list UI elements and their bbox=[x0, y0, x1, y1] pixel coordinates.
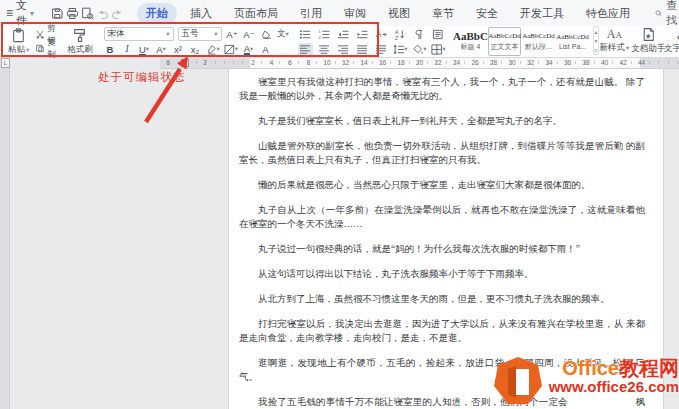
search-icon bbox=[655, 8, 662, 19]
ribbon-tab[interactable]: 审阅 bbox=[335, 3, 375, 24]
justify-button[interactable] bbox=[355, 43, 370, 56]
copy-button[interactable]: 复制 bbox=[34, 43, 64, 55]
distribute-button[interactable] bbox=[374, 43, 389, 56]
font-color-button[interactable]: A▾ bbox=[242, 43, 255, 56]
shrink-font-button[interactable]: A⁻ bbox=[243, 28, 256, 41]
doc-assistant-button[interactable]: 文档助手 bbox=[631, 26, 665, 55]
distribute-icon bbox=[375, 44, 387, 55]
paragraph[interactable]: 从这句话可以得出以下结论，丸子洗衣服频率小于等于下雨频率。 bbox=[239, 267, 645, 281]
ruler-number: 44 bbox=[638, 58, 645, 67]
text-effects-button[interactable]: A▾ bbox=[155, 43, 168, 56]
clear-format-button[interactable] bbox=[260, 28, 273, 41]
ruler-number: 6 bbox=[288, 58, 292, 67]
align-left-button[interactable] bbox=[298, 43, 313, 56]
chevron-down-icon: ▾ bbox=[250, 45, 253, 53]
bullets-button[interactable] bbox=[298, 28, 313, 41]
save-button[interactable] bbox=[51, 4, 64, 22]
style-card[interactable]: AaBbCcDd 正文文本 bbox=[488, 27, 521, 56]
chevron-down-icon: ▾ bbox=[146, 45, 149, 53]
ruler-number: 28 bbox=[490, 58, 497, 67]
ribbon-tab[interactable]: 开发工具 bbox=[511, 3, 573, 24]
indent-marker[interactable] bbox=[181, 59, 189, 67]
char-border-button[interactable]: A bbox=[259, 43, 272, 56]
paragraph[interactable]: 打扫完寝室以后，我决定出去逛逛，因为进了大学以后，从来没有雅兴在学校里逛，从 来… bbox=[239, 317, 645, 345]
paragraph[interactable]: 逛啊逛，发现地上有个硬币，五毛的，捡起来，放进口袋，环顾四周，没人看见，松了 口… bbox=[239, 356, 645, 384]
highlight-color-button[interactable]: ▾ bbox=[206, 43, 220, 56]
gallery-down-icon[interactable]: ▼ bbox=[594, 36, 599, 45]
text-tools-label: 文字工具 bbox=[664, 43, 679, 55]
vertical-ruler[interactable]: L bbox=[0, 57, 10, 409]
ribbon-tab[interactable]: 章节 bbox=[423, 3, 463, 24]
paragraph-layout-button[interactable] bbox=[431, 28, 446, 41]
paste-button[interactable]: 粘贴▾ bbox=[3, 27, 34, 56]
gallery-more-icon[interactable]: ≡ bbox=[594, 45, 599, 54]
new-style-icon: AA bbox=[607, 28, 622, 41]
print-button[interactable] bbox=[66, 4, 79, 22]
gallery-up-icon[interactable]: ▲ bbox=[594, 27, 599, 36]
bold-button[interactable]: B bbox=[104, 43, 117, 56]
ribbon-tab[interactable]: 插入 bbox=[181, 3, 221, 24]
ruler-number: 8 bbox=[307, 58, 311, 67]
ribbon-tab[interactable]: 视图 bbox=[379, 3, 419, 24]
style-card[interactable]: AaBbCcDd 默认段... bbox=[522, 27, 555, 56]
document-page[interactable]: 寝室里只有我做这种打扫的事情，寝室有三个人，我一个，丸子一个，还有就是山贼。 除… bbox=[228, 68, 664, 409]
style-card[interactable]: AaBbC 标题 4 bbox=[454, 27, 487, 56]
line-spacing-button[interactable]: ▾ bbox=[393, 43, 408, 56]
phonetic-guide-button[interactable]: 文▾ bbox=[277, 28, 290, 41]
phonetic-label: 文 bbox=[277, 28, 286, 40]
print-preview-button[interactable] bbox=[81, 4, 94, 22]
text-tools-button[interactable]: 文字工具▾ bbox=[665, 26, 679, 55]
decrease-indent-button[interactable] bbox=[336, 28, 351, 41]
increase-indent-button[interactable] bbox=[355, 28, 370, 41]
paragraph[interactable]: 我捡了五毛钱的事情千万不能让寝室里的人知道，否则，他们两个一定会 枫的。 bbox=[239, 395, 645, 409]
styles-gallery-scrollbar[interactable]: ▲ ▼ ≡ bbox=[593, 26, 600, 55]
horizontal-ruler[interactable]: 6422468101214161820222426283032343638404… bbox=[160, 57, 679, 69]
annotation-label: 处于可编辑状态 bbox=[98, 70, 186, 85]
show-marks-button[interactable] bbox=[412, 28, 427, 41]
style-preview: AaBbCcDd bbox=[556, 33, 589, 42]
numbering-button[interactable]: 12 bbox=[317, 28, 332, 41]
new-style-button[interactable]: AA 新样式▾ bbox=[599, 26, 629, 55]
ribbon-tab[interactable]: 特色应用 bbox=[577, 3, 639, 24]
shading-button[interactable]: ▾ bbox=[412, 43, 427, 56]
justify-icon bbox=[356, 44, 368, 55]
search-button[interactable]: 查找 bbox=[655, 0, 679, 28]
file-menu-label: 文件 bbox=[16, 0, 27, 28]
paragraph[interactable]: 寝室里只有我做这种打扫的事情，寝室有三个人，我一个，丸子一个，还有就是山贼。 除… bbox=[239, 75, 645, 103]
align-center-button[interactable] bbox=[317, 43, 332, 56]
paragraph[interactable]: 山贼是管外联的副室长，他负责一切外联活动，从组织打牌，到借碟片等等我是管后勤 的… bbox=[239, 139, 645, 167]
align-center-icon bbox=[318, 44, 330, 55]
styles-gallery: AaBbC 标题 4 AaBbCcDd 正文文本 AaBbCcDd 默认段...… bbox=[451, 26, 593, 57]
font-size-select[interactable]: 五号 ▾ bbox=[178, 27, 222, 41]
grow-font-button[interactable]: A⁺ bbox=[226, 28, 239, 41]
char-shading-button[interactable]: ▾ bbox=[224, 43, 238, 56]
paragraph[interactable]: 丸子说过一句很经典的话，就是“妈的！为什么我每次洗衣服的时候都下雨！” bbox=[239, 242, 645, 256]
borders-button[interactable]: ▾ bbox=[431, 43, 446, 56]
char-scale-button[interactable]: A bbox=[374, 28, 389, 41]
redo-button[interactable] bbox=[111, 4, 124, 22]
subscript-button[interactable]: x₂ bbox=[189, 43, 202, 56]
font-family-select[interactable]: 宋体 ▾ bbox=[104, 27, 174, 41]
paragraph[interactable]: 从北方到了上海，虽然很不习惯这里冬天的雨，但是，更不习惯丸子洗衣服的频率。 bbox=[239, 292, 645, 306]
italic-button[interactable]: I bbox=[121, 43, 134, 56]
font-family-value: 宋体 bbox=[108, 28, 125, 40]
undo-button[interactable] bbox=[96, 4, 109, 22]
sort-button[interactable]: AZ bbox=[393, 28, 408, 41]
superscript-button[interactable]: x² bbox=[172, 43, 185, 56]
align-right-button[interactable] bbox=[336, 43, 351, 56]
format-painter-button[interactable]: 格式刷 bbox=[64, 27, 95, 56]
ribbon-tab[interactable]: 安全 bbox=[467, 3, 507, 24]
paragraph[interactable]: 懒的后果就是很恶心，当然恶心只限于寝室里，走出寝室们大家都是很体面的。 bbox=[239, 178, 645, 192]
paragraph[interactable]: 丸子是我们寝室室长，值日表上礼拜一到礼拜天，全都是写丸子的名字。 bbox=[239, 114, 645, 128]
paragraph[interactable]: 丸子自从上次（一年多前）在澡堂洗澡晕倒以后，就再也不敢在澡堂洗澡了，这就意味着他… bbox=[239, 203, 645, 231]
ribbon-tab[interactable]: 开始 bbox=[137, 3, 177, 24]
wps-writer-window: ≡ 文件 ▾ 开始 bbox=[0, 0, 679, 409]
ribbon-tab[interactable]: 页面布局 bbox=[225, 3, 287, 24]
tab-stop-selector[interactable]: L bbox=[1, 58, 10, 68]
ribbon-tab[interactable]: 引用 bbox=[291, 3, 331, 24]
save-icon bbox=[51, 7, 64, 20]
file-menu-button[interactable]: ≡ 文件 ▾ bbox=[0, 0, 42, 28]
align-left-icon bbox=[299, 44, 311, 55]
underline-button[interactable]: U▾ bbox=[138, 43, 151, 56]
style-card[interactable]: AaBbCcDd List Pa... bbox=[556, 27, 589, 56]
